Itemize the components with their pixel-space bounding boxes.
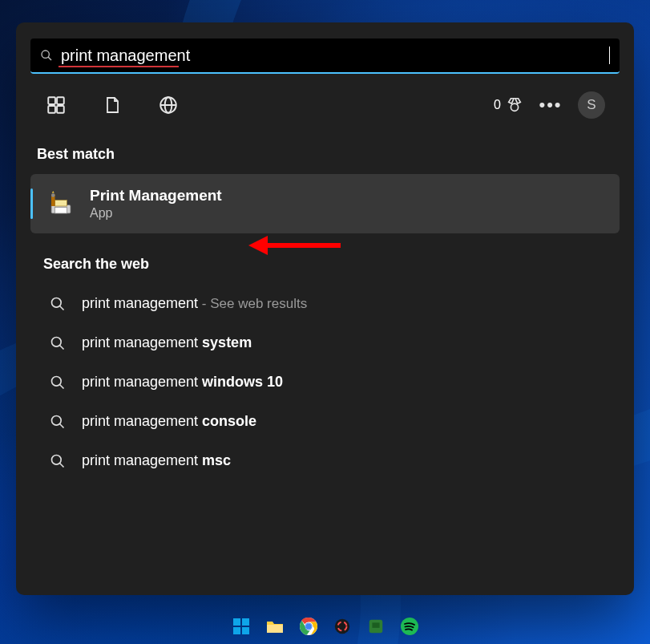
web-result-text: print management msc bbox=[82, 452, 231, 469]
avatar-initial: S bbox=[587, 97, 595, 113]
web-result-item[interactable]: print management console bbox=[30, 402, 620, 441]
filter-apps-icon[interactable] bbox=[45, 94, 67, 116]
svg-point-21 bbox=[52, 376, 62, 386]
svg-point-9 bbox=[511, 103, 518, 111]
search-query-text[interactable]: print management bbox=[61, 47, 608, 65]
file-explorer-icon[interactable] bbox=[264, 616, 285, 637]
search-icon bbox=[50, 414, 66, 430]
svg-rect-27 bbox=[233, 618, 240, 626]
filter-web-icon[interactable] bbox=[157, 94, 180, 116]
best-match-title: Print Management bbox=[90, 187, 222, 205]
svg-rect-29 bbox=[233, 627, 240, 634]
web-result-item[interactable]: print management - See web results bbox=[30, 284, 620, 323]
search-web-heading: Search the web bbox=[43, 256, 620, 273]
filter-documents-icon[interactable] bbox=[101, 94, 123, 116]
svg-rect-4 bbox=[48, 106, 55, 113]
ellipsis-icon: ••• bbox=[539, 95, 562, 115]
rewards-badge[interactable]: 0 bbox=[494, 96, 523, 114]
search-icon bbox=[50, 453, 66, 469]
rewards-count: 0 bbox=[494, 98, 501, 112]
svg-line-18 bbox=[60, 306, 64, 310]
start-search-panel: print management 0 bbox=[16, 22, 634, 595]
svg-marker-16 bbox=[248, 236, 268, 255]
spotify-icon[interactable] bbox=[399, 616, 420, 637]
print-management-app-icon bbox=[46, 189, 75, 218]
svg-rect-2 bbox=[48, 97, 55, 104]
web-result-text: print management windows 10 bbox=[82, 374, 283, 391]
search-icon bbox=[50, 335, 66, 351]
svg-point-23 bbox=[52, 415, 62, 425]
svg-rect-12 bbox=[55, 200, 67, 207]
best-match-result[interactable]: Print Management App bbox=[30, 174, 620, 233]
start-button[interactable] bbox=[231, 616, 252, 637]
svg-rect-28 bbox=[242, 618, 249, 626]
chrome-icon[interactable] bbox=[298, 616, 319, 637]
taskbar bbox=[0, 609, 650, 644]
web-result-text: print management system bbox=[82, 334, 252, 351]
svg-line-26 bbox=[60, 463, 64, 467]
svg-rect-39 bbox=[372, 622, 379, 627]
web-result-text: print management - See web results bbox=[82, 295, 307, 312]
svg-line-22 bbox=[60, 384, 64, 388]
svg-rect-31 bbox=[267, 625, 283, 633]
medal-icon bbox=[506, 96, 523, 114]
search-icon bbox=[40, 49, 53, 62]
web-result-text: print management console bbox=[82, 413, 256, 430]
svg-point-19 bbox=[52, 337, 62, 346]
web-results-list: print management - See web results print… bbox=[30, 284, 620, 480]
search-icon bbox=[50, 296, 66, 312]
svg-line-20 bbox=[60, 345, 64, 349]
user-avatar[interactable]: S bbox=[578, 91, 605, 119]
app-icon-green[interactable] bbox=[365, 616, 386, 637]
svg-point-14 bbox=[51, 193, 55, 197]
svg-rect-11 bbox=[55, 208, 67, 214]
svg-point-0 bbox=[42, 51, 49, 58]
svg-rect-3 bbox=[57, 97, 64, 104]
filter-row: 0 ••• S bbox=[30, 74, 620, 127]
app-icon[interactable] bbox=[332, 616, 353, 637]
svg-line-1 bbox=[48, 57, 51, 60]
svg-line-24 bbox=[60, 423, 64, 427]
svg-rect-30 bbox=[242, 627, 249, 634]
search-icon bbox=[50, 375, 66, 391]
svg-point-35 bbox=[305, 624, 311, 630]
spellcheck-underline bbox=[59, 66, 179, 67]
svg-point-25 bbox=[52, 455, 62, 464]
web-result-item[interactable]: print management msc bbox=[30, 441, 620, 480]
svg-rect-5 bbox=[57, 106, 64, 113]
web-result-item[interactable]: print management windows 10 bbox=[30, 363, 620, 402]
best-match-subtitle: App bbox=[90, 206, 222, 221]
svg-point-17 bbox=[52, 298, 62, 307]
text-caret bbox=[609, 47, 610, 64]
web-result-item[interactable]: print management system bbox=[30, 323, 620, 363]
more-options-button[interactable]: ••• bbox=[539, 94, 562, 116]
search-input-container[interactable]: print management bbox=[30, 38, 620, 74]
best-match-heading: Best match bbox=[37, 146, 620, 163]
